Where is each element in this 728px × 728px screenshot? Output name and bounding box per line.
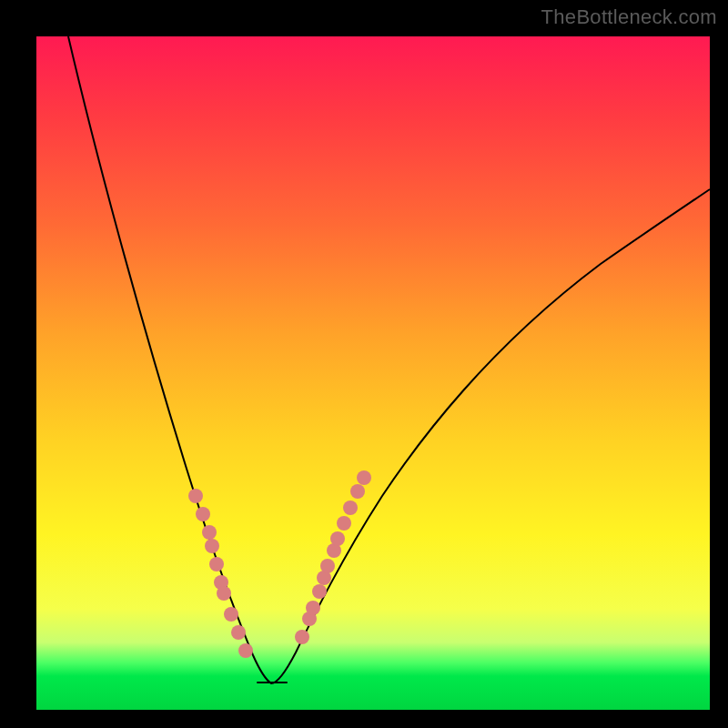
dot — [205, 539, 219, 553]
dot — [295, 630, 309, 644]
dot — [224, 607, 238, 622]
dot — [188, 489, 203, 503]
dot — [209, 557, 224, 571]
dot — [202, 525, 217, 540]
chart-frame: TheBottleneck.com — [0, 0, 728, 728]
dot — [320, 559, 335, 573]
dot — [196, 507, 210, 521]
dot — [357, 470, 371, 485]
dot — [343, 500, 358, 515]
right-branch-dots — [295, 470, 371, 644]
curve-svg — [36, 36, 710, 710]
watermark-text: TheBottleneck.com — [541, 5, 717, 29]
dot — [231, 625, 246, 640]
dot — [306, 601, 320, 615]
dot — [350, 484, 365, 499]
bottleneck-curve — [68, 36, 710, 683]
plot-area — [36, 36, 710, 710]
dot — [238, 643, 253, 658]
dot — [330, 531, 345, 546]
dot — [337, 516, 351, 531]
dot — [312, 584, 327, 599]
dot — [217, 586, 231, 601]
